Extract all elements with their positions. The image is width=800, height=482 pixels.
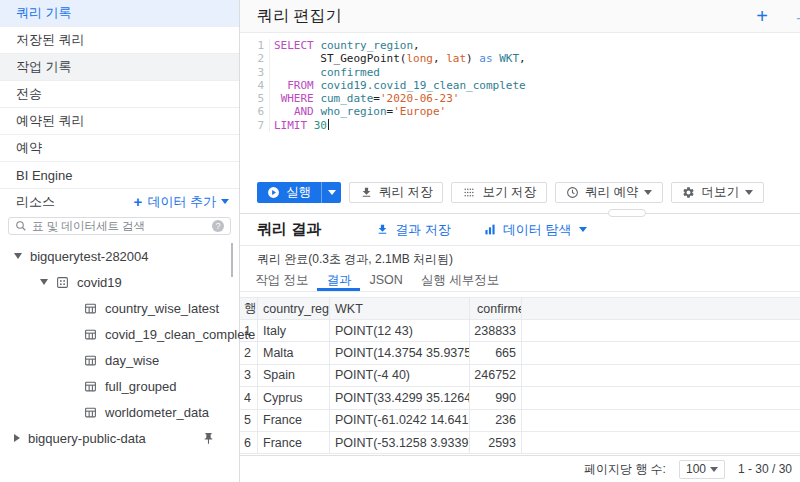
table-cell: 2593 bbox=[470, 432, 522, 453]
chevron-down-icon bbox=[710, 467, 718, 472]
table-cell: Malta bbox=[258, 342, 330, 363]
sidebar-nav-item-label: 작업 기록 bbox=[16, 58, 72, 76]
sidebar-nav-item-label: 예약 bbox=[16, 139, 42, 157]
table-filler-cell bbox=[522, 387, 800, 408]
cut-off-icon: + bbox=[796, 9, 800, 23]
table-filler-cell bbox=[522, 432, 800, 453]
table-cell: POINT(-4 40) bbox=[330, 365, 470, 386]
toolbar-button[interactable]: 보기 저장 bbox=[451, 182, 546, 203]
search-box: ? bbox=[8, 217, 231, 235]
table-cell: 665 bbox=[470, 342, 522, 363]
line-number: 6 bbox=[240, 105, 270, 118]
results-tab[interactable]: 실행 세부정보 bbox=[412, 272, 508, 291]
sidebar-nav-item-label: 전송 bbox=[16, 85, 42, 103]
run-label: 실행 bbox=[286, 184, 311, 201]
tree-item-label: bigquerytest-282004 bbox=[30, 249, 149, 264]
tree-item-dataset[interactable]: covid19 bbox=[0, 269, 239, 295]
toolbar-button-label: 쿼리 예약 bbox=[585, 184, 638, 201]
explore-data-label: 데이터 탐색 bbox=[503, 221, 572, 239]
table-cell: POINT(-53.1258 3.9339) bbox=[330, 432, 470, 453]
table-cell: 1 bbox=[240, 320, 258, 341]
code-line: 4 FROM covid19.covid_19_clean_complete bbox=[240, 79, 800, 92]
table-icon bbox=[84, 406, 97, 419]
pin-icon[interactable] bbox=[202, 432, 215, 445]
results-table: 행country_regionWKTconfirmed1ItalyPOINT(1… bbox=[240, 297, 800, 454]
run-button[interactable]: 실행 bbox=[257, 182, 341, 203]
table-filler-cell bbox=[522, 365, 800, 386]
page-size-select[interactable]: 100 bbox=[679, 460, 725, 479]
sidebar-nav-item[interactable]: 쿼리 기록 bbox=[0, 0, 239, 27]
sql-editor[interactable]: 1SELECT country_region,2 ST_GeogPoint(lo… bbox=[240, 33, 800, 170]
tree-item-table[interactable]: day_wise bbox=[0, 347, 239, 373]
sidebar-nav-item[interactable]: 예약 bbox=[0, 135, 239, 162]
expand-arrow-right-icon[interactable] bbox=[14, 434, 20, 442]
dataset-icon bbox=[56, 276, 69, 289]
code-text: SELECT country_region, bbox=[274, 39, 420, 52]
tree-item-table[interactable]: covid_19_clean_complete bbox=[0, 321, 239, 347]
run-button-main[interactable]: 실행 bbox=[257, 182, 321, 203]
sidebar: 쿼리 기록저장된 쿼리작업 기록전송예약된 쿼리예약BI Engine 리소스 … bbox=[0, 0, 240, 482]
results-tab[interactable]: JSON bbox=[360, 272, 411, 291]
panel-resize-handle[interactable] bbox=[608, 209, 646, 217]
chart-icon bbox=[483, 223, 497, 236]
add-data-label: 데이터 추가 bbox=[147, 193, 216, 211]
table-icon bbox=[84, 354, 97, 367]
code-text: WHERE cum_date='2020-06-23' bbox=[274, 92, 459, 105]
sidebar-nav-item[interactable]: BI Engine bbox=[0, 162, 239, 189]
table-cell: France bbox=[258, 410, 330, 431]
chevron-down-icon bbox=[644, 190, 652, 195]
results-tabs: 작업 정보결과JSON실행 세부정보 bbox=[240, 272, 800, 292]
toolbar-button[interactable]: 쿼리 예약 bbox=[555, 182, 663, 203]
run-dropdown[interactable] bbox=[321, 182, 341, 203]
sidebar-nav-item-label: 쿼리 기록 bbox=[16, 4, 72, 22]
explore-data-link[interactable]: 데이터 탐색 bbox=[483, 221, 588, 239]
pagination-bar: 페이지당 행 수: 100 1 - 30 / 30 bbox=[240, 455, 800, 482]
table-cell: Cyprus bbox=[258, 387, 330, 408]
code-line: 2 ST_GeogPoint(long, lat) as WKT, bbox=[240, 52, 800, 65]
code-line: 3 confirmed bbox=[240, 66, 800, 79]
sidebar-nav-item[interactable]: 작업 기록 bbox=[0, 54, 239, 81]
new-query-plus-icon[interactable]: + bbox=[756, 6, 768, 26]
expand-arrow-down-icon[interactable] bbox=[14, 253, 22, 259]
tree-item-table[interactable]: worldometer_data bbox=[0, 399, 239, 425]
sidebar-nav-item-label: 저장된 쿼리 bbox=[16, 31, 85, 49]
tree-item-project[interactable]: bigquery-public-data bbox=[0, 425, 239, 451]
table-row: 5FrancePOINT(-61.0242 14.6415)236 bbox=[240, 410, 800, 432]
chevron-down-icon bbox=[745, 190, 753, 195]
search-input[interactable] bbox=[32, 220, 207, 232]
table-cell: 246752 bbox=[470, 365, 522, 386]
add-data-button[interactable]: + 데이터 추가 bbox=[134, 193, 229, 211]
results-section: 쿼리 결과 결과 저장 데이터 탐색 bbox=[240, 213, 800, 482]
results-tab[interactable]: 작업 정보 bbox=[246, 272, 317, 291]
sidebar-nav-item[interactable]: 전송 bbox=[0, 81, 239, 108]
download-icon bbox=[360, 186, 373, 199]
sidebar-scrollbar[interactable] bbox=[231, 243, 233, 277]
sidebar-nav-item[interactable]: 저장된 쿼리 bbox=[0, 27, 239, 54]
table-filler-cell bbox=[522, 410, 800, 431]
tree-item-project[interactable]: bigquerytest-282004 bbox=[0, 243, 239, 269]
save-results-link[interactable]: 결과 저장 bbox=[376, 221, 451, 239]
table-cell: 238833 bbox=[470, 320, 522, 341]
editor-title: 쿼리 편집기 bbox=[257, 6, 341, 27]
toolbar-button[interactable]: 쿼리 저장 bbox=[349, 182, 443, 203]
toolbar-button[interactable]: 더보기 bbox=[671, 182, 764, 203]
sidebar-nav-item-label: BI Engine bbox=[16, 168, 72, 183]
table-cell: 236 bbox=[470, 410, 522, 431]
play-icon bbox=[267, 186, 280, 199]
results-tab[interactable]: 결과 bbox=[317, 272, 360, 291]
table-cell: 2 bbox=[240, 342, 258, 363]
tree-item-label: covid_19_clean_complete bbox=[105, 327, 255, 342]
tree-item-table[interactable]: country_wise_latest bbox=[0, 295, 239, 321]
tree-item-label: worldometer_data bbox=[105, 405, 209, 420]
tree-item-label: full_grouped bbox=[105, 379, 177, 394]
tree-item-label: bigquery-public-data bbox=[28, 431, 146, 446]
table-row: 2MaltaPOINT(14.3754 35.9375)665 bbox=[240, 342, 800, 364]
table-filler-cell bbox=[522, 342, 800, 363]
help-icon[interactable]: ? bbox=[212, 220, 224, 232]
table-cell: POINT(33.4299 35.1264) bbox=[330, 387, 470, 408]
resources-row: 리소스 + 데이터 추가 bbox=[0, 189, 239, 214]
sidebar-nav-item[interactable]: 예약된 쿼리 bbox=[0, 108, 239, 135]
expand-arrow-down-icon[interactable] bbox=[40, 279, 48, 285]
code-text: LIMIT 30 bbox=[274, 119, 329, 132]
tree-item-table[interactable]: full_grouped bbox=[0, 373, 239, 399]
